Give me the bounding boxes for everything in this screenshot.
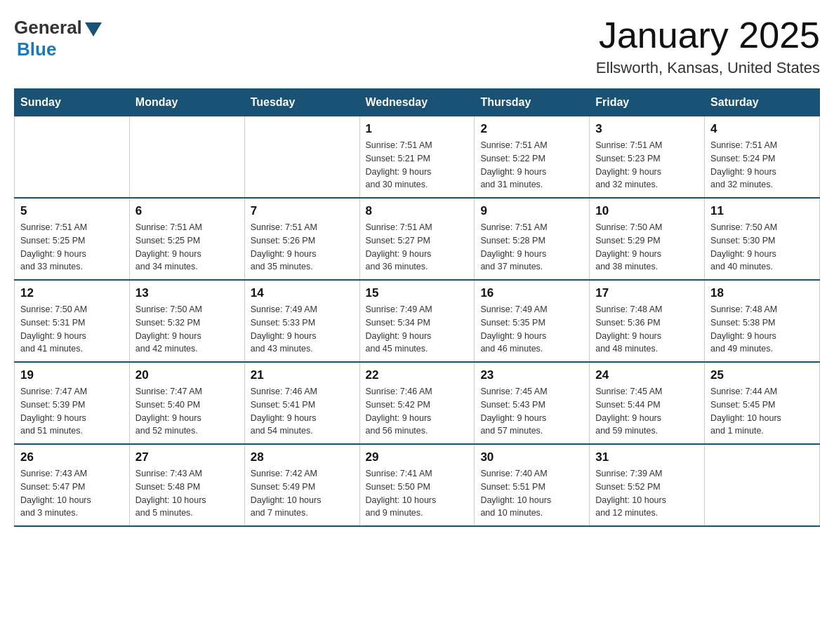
day-info: Sunrise: 7:51 AMSunset: 5:24 PMDaylight:…	[710, 139, 814, 192]
week-row-1: 5Sunrise: 7:51 AMSunset: 5:25 PMDaylight…	[15, 198, 820, 280]
day-number: 10	[595, 204, 699, 218]
day-info: Sunrise: 7:50 AMSunset: 5:32 PMDaylight:…	[135, 303, 239, 356]
day-info: Sunrise: 7:50 AMSunset: 5:30 PMDaylight:…	[710, 221, 814, 274]
calendar-body: 1Sunrise: 7:51 AMSunset: 5:21 PMDaylight…	[15, 116, 820, 527]
day-cell: 28Sunrise: 7:42 AMSunset: 5:49 PMDayligh…	[244, 444, 359, 526]
day-number: 14	[251, 286, 354, 300]
day-cell: 18Sunrise: 7:48 AMSunset: 5:38 PMDayligh…	[705, 280, 820, 362]
week-row-0: 1Sunrise: 7:51 AMSunset: 5:21 PMDaylight…	[15, 116, 820, 199]
day-info: Sunrise: 7:49 AMSunset: 5:35 PMDaylight:…	[480, 303, 583, 356]
calendar-table: SundayMondayTuesdayWednesdayThursdayFrid…	[14, 88, 820, 527]
day-number: 12	[20, 286, 124, 300]
day-cell	[129, 116, 244, 199]
week-row-2: 12Sunrise: 7:50 AMSunset: 5:31 PMDayligh…	[15, 280, 820, 362]
day-number: 9	[480, 204, 583, 218]
day-cell	[705, 444, 820, 526]
day-info: Sunrise: 7:48 AMSunset: 5:36 PMDaylight:…	[595, 303, 699, 356]
day-number: 30	[480, 450, 583, 464]
day-info: Sunrise: 7:51 AMSunset: 5:25 PMDaylight:…	[20, 221, 124, 274]
day-number: 17	[595, 286, 699, 300]
logo-blue-text: Blue	[17, 39, 56, 60]
day-cell: 14Sunrise: 7:49 AMSunset: 5:33 PMDayligh…	[244, 280, 359, 362]
day-cell: 26Sunrise: 7:43 AMSunset: 5:47 PMDayligh…	[15, 444, 130, 526]
day-number: 2	[480, 122, 583, 136]
day-cell: 13Sunrise: 7:50 AMSunset: 5:32 PMDayligh…	[129, 280, 244, 362]
day-cell: 11Sunrise: 7:50 AMSunset: 5:30 PMDayligh…	[705, 198, 820, 280]
header: General Blue January 2025 Ellsworth, Kan…	[14, 14, 820, 77]
day-info: Sunrise: 7:48 AMSunset: 5:38 PMDaylight:…	[710, 303, 814, 356]
day-cell: 2Sunrise: 7:51 AMSunset: 5:22 PMDaylight…	[475, 116, 590, 199]
calendar-title: January 2025	[596, 14, 820, 56]
day-info: Sunrise: 7:51 AMSunset: 5:27 PMDaylight:…	[366, 221, 469, 274]
header-cell-sunday: Sunday	[15, 89, 130, 116]
day-number: 31	[595, 450, 699, 464]
day-cell: 1Sunrise: 7:51 AMSunset: 5:21 PMDaylight…	[359, 116, 475, 199]
day-info: Sunrise: 7:39 AMSunset: 5:52 PMDaylight:…	[595, 467, 699, 520]
day-info: Sunrise: 7:42 AMSunset: 5:49 PMDaylight:…	[251, 467, 354, 520]
day-number: 4	[710, 122, 814, 136]
day-info: Sunrise: 7:51 AMSunset: 5:28 PMDaylight:…	[480, 221, 583, 274]
header-row: SundayMondayTuesdayWednesdayThursdayFrid…	[15, 89, 820, 116]
header-cell-saturday: Saturday	[705, 89, 820, 116]
day-cell: 12Sunrise: 7:50 AMSunset: 5:31 PMDayligh…	[15, 280, 130, 362]
day-info: Sunrise: 7:43 AMSunset: 5:47 PMDaylight:…	[20, 467, 124, 520]
day-number: 13	[135, 286, 239, 300]
day-info: Sunrise: 7:51 AMSunset: 5:25 PMDaylight:…	[135, 221, 239, 274]
day-number: 5	[20, 204, 124, 218]
day-cell: 15Sunrise: 7:49 AMSunset: 5:34 PMDayligh…	[359, 280, 475, 362]
day-info: Sunrise: 7:50 AMSunset: 5:29 PMDaylight:…	[595, 221, 699, 274]
day-info: Sunrise: 7:51 AMSunset: 5:23 PMDaylight:…	[595, 139, 699, 192]
day-info: Sunrise: 7:47 AMSunset: 5:39 PMDaylight:…	[20, 385, 124, 438]
calendar-subtitle: Ellsworth, Kansas, United States	[596, 59, 820, 77]
day-cell: 10Sunrise: 7:50 AMSunset: 5:29 PMDayligh…	[590, 198, 705, 280]
day-info: Sunrise: 7:47 AMSunset: 5:40 PMDaylight:…	[135, 385, 239, 438]
day-info: Sunrise: 7:45 AMSunset: 5:43 PMDaylight:…	[480, 385, 583, 438]
day-number: 15	[366, 286, 469, 300]
day-number: 25	[710, 368, 814, 382]
day-info: Sunrise: 7:46 AMSunset: 5:41 PMDaylight:…	[251, 385, 354, 438]
week-row-3: 19Sunrise: 7:47 AMSunset: 5:39 PMDayligh…	[15, 362, 820, 444]
day-cell	[244, 116, 359, 199]
day-number: 19	[20, 368, 124, 382]
day-cell: 29Sunrise: 7:41 AMSunset: 5:50 PMDayligh…	[359, 444, 475, 526]
logo-general-text: General	[14, 17, 82, 39]
header-cell-wednesday: Wednesday	[359, 89, 475, 116]
day-cell: 19Sunrise: 7:47 AMSunset: 5:39 PMDayligh…	[15, 362, 130, 444]
day-info: Sunrise: 7:41 AMSunset: 5:50 PMDaylight:…	[366, 467, 469, 520]
day-cell: 23Sunrise: 7:45 AMSunset: 5:43 PMDayligh…	[475, 362, 590, 444]
day-cell: 22Sunrise: 7:46 AMSunset: 5:42 PMDayligh…	[359, 362, 475, 444]
day-number: 11	[710, 204, 814, 218]
day-number: 3	[595, 122, 699, 136]
header-cell-tuesday: Tuesday	[244, 89, 359, 116]
day-number: 21	[251, 368, 354, 382]
day-cell: 25Sunrise: 7:44 AMSunset: 5:45 PMDayligh…	[705, 362, 820, 444]
day-info: Sunrise: 7:50 AMSunset: 5:31 PMDaylight:…	[20, 303, 124, 356]
day-cell: 17Sunrise: 7:48 AMSunset: 5:36 PMDayligh…	[590, 280, 705, 362]
day-cell	[15, 116, 130, 199]
day-cell: 16Sunrise: 7:49 AMSunset: 5:35 PMDayligh…	[475, 280, 590, 362]
day-number: 26	[20, 450, 124, 464]
day-number: 28	[251, 450, 354, 464]
day-info: Sunrise: 7:51 AMSunset: 5:22 PMDaylight:…	[480, 139, 583, 192]
day-number: 7	[251, 204, 354, 218]
day-cell: 4Sunrise: 7:51 AMSunset: 5:24 PMDaylight…	[705, 116, 820, 199]
week-row-4: 26Sunrise: 7:43 AMSunset: 5:47 PMDayligh…	[15, 444, 820, 526]
day-cell: 6Sunrise: 7:51 AMSunset: 5:25 PMDaylight…	[129, 198, 244, 280]
day-number: 22	[366, 368, 469, 382]
day-number: 24	[595, 368, 699, 382]
day-cell: 7Sunrise: 7:51 AMSunset: 5:26 PMDaylight…	[244, 198, 359, 280]
day-info: Sunrise: 7:45 AMSunset: 5:44 PMDaylight:…	[595, 385, 699, 438]
day-info: Sunrise: 7:51 AMSunset: 5:26 PMDaylight:…	[251, 221, 354, 274]
day-number: 6	[135, 204, 239, 218]
day-cell: 24Sunrise: 7:45 AMSunset: 5:44 PMDayligh…	[590, 362, 705, 444]
day-info: Sunrise: 7:44 AMSunset: 5:45 PMDaylight:…	[710, 385, 814, 438]
day-info: Sunrise: 7:51 AMSunset: 5:21 PMDaylight:…	[366, 139, 469, 192]
day-number: 27	[135, 450, 239, 464]
day-cell: 21Sunrise: 7:46 AMSunset: 5:41 PMDayligh…	[244, 362, 359, 444]
day-info: Sunrise: 7:43 AMSunset: 5:48 PMDaylight:…	[135, 467, 239, 520]
day-number: 20	[135, 368, 239, 382]
day-number: 1	[366, 122, 469, 136]
logo-triangle-icon	[85, 22, 102, 36]
day-number: 18	[710, 286, 814, 300]
header-cell-friday: Friday	[590, 89, 705, 116]
